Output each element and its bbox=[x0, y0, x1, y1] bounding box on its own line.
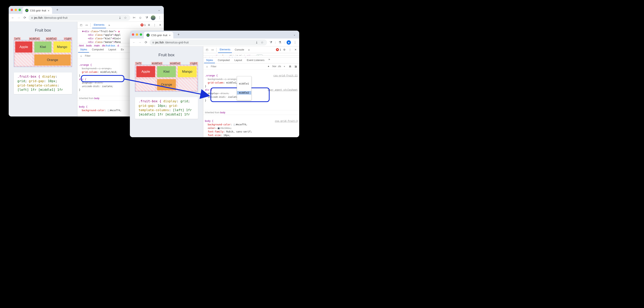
funnel-icon[interactable]: ⏚ bbox=[205, 64, 209, 68]
tab-elements[interactable]: Elements bbox=[218, 46, 232, 53]
tabs-dropdown-icon[interactable]: ⌄ bbox=[156, 8, 162, 12]
new-tab-button[interactable]: + bbox=[54, 7, 60, 13]
subtabs-overflow-icon[interactable]: » bbox=[267, 58, 271, 63]
css-code-card: .fruit-box { display: grid; grid-gap: 10… bbox=[135, 97, 198, 119]
scissors-icon[interactable]: ✄ bbox=[132, 16, 136, 20]
plus-icon[interactable]: + bbox=[282, 64, 286, 68]
window-traffic-lights[interactable] bbox=[132, 33, 142, 36]
kebab-icon[interactable]: ⋮ bbox=[152, 23, 157, 27]
new-tab-button[interactable]: + bbox=[176, 32, 181, 37]
grid-label-middle1: middle1 bbox=[29, 37, 40, 40]
extensions-icon[interactable]: ⧩ bbox=[268, 40, 273, 44]
inspect-icon[interactable]: ◰ bbox=[205, 48, 209, 52]
site-info-icon[interactable]: ⊡ bbox=[31, 16, 33, 19]
device-toggle-icon[interactable]: ▭ bbox=[84, 23, 89, 27]
close-dot-icon[interactable] bbox=[11, 9, 13, 11]
error-pill[interactable]: ✕ 1 bbox=[276, 48, 281, 51]
profile-avatar[interactable] bbox=[151, 16, 156, 20]
subtab-computed[interactable]: Computed bbox=[90, 47, 106, 52]
titlebar: CSS grid- fruit × + ⌄ bbox=[130, 30, 299, 38]
close-devtools-icon[interactable]: ✕ bbox=[293, 48, 298, 52]
url-host: jec.fish bbox=[155, 41, 164, 44]
install-app-icon[interactable]: ⤓ bbox=[118, 16, 122, 20]
printer-icon[interactable]: 🖶 bbox=[288, 64, 292, 68]
ac-option[interactable]: middle1 bbox=[237, 82, 251, 86]
subtab-events[interactable]: Event Listeners bbox=[245, 58, 266, 63]
cell-mango: Mango bbox=[54, 42, 71, 52]
panel-side-icon[interactable]: ◨ bbox=[293, 64, 298, 68]
tab-console[interactable]: Console bbox=[233, 46, 246, 53]
subtab-styles[interactable]: Styles bbox=[78, 47, 89, 52]
back-icon[interactable]: ← bbox=[132, 40, 136, 44]
bookmark-icon[interactable]: ☆ bbox=[260, 40, 264, 44]
maximize-dot-icon[interactable] bbox=[18, 9, 21, 11]
browser-tab[interactable]: CSS grid- fruit × bbox=[144, 32, 173, 38]
kebab-menu-icon[interactable]: ⋮ bbox=[293, 40, 297, 44]
cls-toggle[interactable]: .cls bbox=[278, 65, 281, 68]
page-heading: Fruit box bbox=[14, 28, 72, 32]
url-path: /demo/css-grid-fruit bbox=[165, 41, 189, 44]
cell-apple: Apple bbox=[136, 66, 155, 77]
subtab-styles[interactable]: Styles bbox=[204, 58, 215, 63]
tabs-overflow-icon[interactable]: » bbox=[247, 48, 251, 51]
maximize-dot-icon[interactable] bbox=[140, 33, 142, 36]
tabs-dropdown-icon[interactable]: ⌄ bbox=[292, 32, 297, 37]
tab-elements[interactable]: Elements bbox=[92, 22, 106, 28]
cell-kiwi: Kiwi bbox=[157, 66, 176, 77]
tabs-overflow-icon[interactable]: » bbox=[107, 23, 111, 27]
browser-tab[interactable]: CSS grid- fruit × bbox=[22, 7, 52, 14]
window-traffic-lights[interactable] bbox=[11, 9, 21, 11]
autocomplete-popup[interactable]: middle1 middle2 bbox=[237, 76, 252, 100]
reload-icon[interactable]: ⟳ bbox=[144, 40, 148, 44]
gear-icon[interactable]: ⚙ bbox=[147, 23, 151, 27]
extensions-icon[interactable]: ⧩ bbox=[144, 16, 149, 20]
tab-title: CSS grid- fruit bbox=[30, 9, 46, 12]
device-toggle-icon[interactable]: ▭ bbox=[210, 48, 215, 52]
inspect-icon[interactable]: ◰ bbox=[79, 23, 83, 27]
kebab-icon[interactable]: ⋮ bbox=[288, 48, 292, 52]
tab-close-icon[interactable]: × bbox=[48, 9, 50, 12]
bookmark-icon[interactable]: ☆ bbox=[123, 16, 128, 20]
cell-mango: Mango bbox=[178, 66, 196, 77]
subtab-layout[interactable]: Layout bbox=[232, 58, 244, 63]
minimize-dot-icon[interactable] bbox=[14, 9, 17, 11]
error-icon: ✕ bbox=[140, 24, 144, 26]
gear-icon[interactable]: ⚙ bbox=[282, 48, 286, 52]
cell-apple: Apple bbox=[15, 42, 32, 52]
reload-icon[interactable]: ⟳ bbox=[22, 16, 27, 20]
minimize-dot-icon[interactable] bbox=[136, 33, 138, 36]
url-bar: ← → ⟳ ⊡ jec.fish/demo/css-grid-fruit ⤓ ☆… bbox=[9, 14, 164, 22]
install-app-icon[interactable]: ⤓ bbox=[254, 40, 259, 44]
close-devtools-icon[interactable]: ✕ bbox=[158, 23, 162, 27]
hov-toggle[interactable]: :hov bbox=[272, 65, 276, 68]
robot-icon[interactable]: ☺ bbox=[138, 16, 142, 20]
back-icon[interactable]: ← bbox=[11, 16, 15, 20]
forward-icon[interactable]: → bbox=[16, 16, 21, 20]
dom-tree[interactable]: <div class="kiwi">Kiwi</div> flex <div c… bbox=[203, 53, 299, 56]
url-bar: ← → ⟳ ⊡ jec.fish/demo/css-grid-fruit ⤓ ☆… bbox=[130, 38, 299, 46]
devtools-toolbar: ◰ ▭ Elements » ✕ 1 ⚙ ⋮ ✕ bbox=[77, 22, 164, 28]
ai-sparkle-icon[interactable]: ✦ bbox=[266, 64, 270, 68]
address-field[interactable]: ⊡ jec.fish/demo/css-grid-fruit ⤓ ☆ bbox=[28, 15, 130, 21]
address-field[interactable]: ⊡ jec.fish/demo/css-grid-fruit ⤓ ☆ bbox=[150, 40, 267, 46]
forward-icon[interactable]: → bbox=[138, 40, 142, 44]
cell-blank bbox=[136, 79, 155, 90]
subtab-layout[interactable]: Layout bbox=[106, 47, 118, 52]
close-dot-icon[interactable] bbox=[132, 33, 134, 36]
tab-close-icon[interactable]: × bbox=[169, 34, 171, 37]
error-pill[interactable]: ✕ 1 bbox=[140, 24, 146, 26]
styles-pane-after[interactable]: .orange {css-grid-fruit:11 background: ▢… bbox=[203, 70, 299, 110]
kebab-menu-icon[interactable]: ⋮ bbox=[158, 16, 162, 20]
fruit-grid: Apple Kiwi Mango Orange bbox=[135, 65, 198, 92]
profile-avatar[interactable]: ● bbox=[286, 40, 291, 44]
site-info-icon[interactable]: ⊡ bbox=[152, 41, 154, 44]
funnel-icon[interactable]: ⏚ bbox=[79, 54, 83, 58]
styles-filter-input[interactable] bbox=[210, 65, 265, 68]
ac-option[interactable]: middle2 bbox=[237, 91, 251, 94]
subtab-events[interactable]: Ev bbox=[119, 47, 126, 52]
cell-blank bbox=[178, 79, 196, 90]
breadcrumb[interactable]: html body main div.fruit-box div.orange bbox=[203, 56, 299, 58]
inherited-divider: Inherited from body bbox=[203, 110, 299, 115]
subtab-computed[interactable]: Computed bbox=[216, 58, 232, 63]
labs-icon[interactable]: ⚗ bbox=[278, 40, 282, 44]
